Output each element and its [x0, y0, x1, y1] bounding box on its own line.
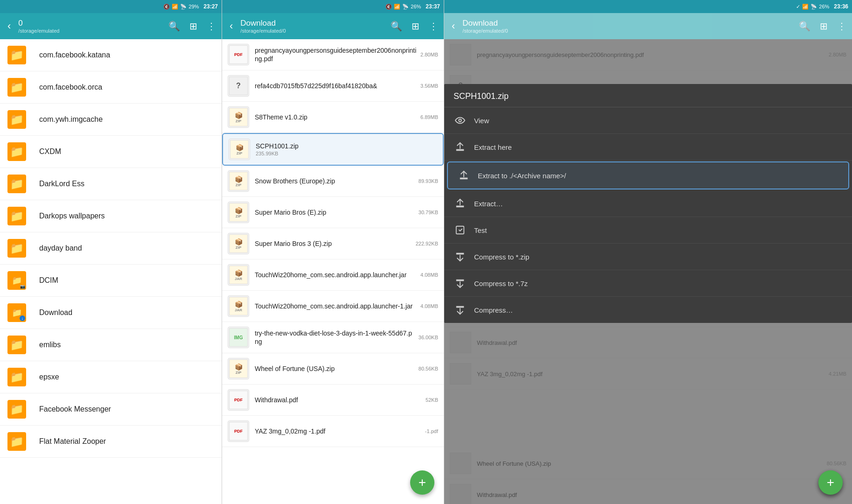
file-item-touchwiz2[interactable]: 📦 JAR TouchWiz20home_com.sec.android.app…: [222, 291, 444, 322]
file-details-s8theme: S8Theme v1.0.zip: [255, 113, 417, 121]
file-details-wheel: Wheel of Fortune (USA).zip: [255, 365, 415, 372]
file-item-vodka-png[interactable]: IMG try-the-new-vodka-diet-lose-3-days-i…: [222, 322, 444, 353]
grid-icon-2[interactable]: ⊞: [410, 19, 421, 34]
folder-item-cxdm[interactable]: 📁 CXDM: [0, 136, 222, 168]
menu-label-compress-zip: Compress to *.zip: [474, 253, 529, 261]
file-item-touchwiz1[interactable]: 📦 JAR TouchWiz20home_com.sec.android.app…: [222, 259, 444, 291]
back-button-1[interactable]: ‹: [4, 18, 14, 34]
menu-label-extract-dots: Extract…: [474, 200, 503, 208]
file-details-withdrawal: Withdrawal.pdf: [255, 396, 422, 404]
file-icon-smb3: 📦 ZIP: [228, 233, 249, 254]
file-size-wheel: 80.56KB: [419, 366, 438, 371]
file-icon-snow-brothers: 📦 ZIP: [228, 170, 249, 192]
grid-icon-1[interactable]: ⊞: [188, 19, 199, 34]
folder-icon-flatmaterial: 📁: [7, 432, 26, 451]
folder-name-imgcache: com.ywh.imgcache: [39, 115, 103, 124]
folder-item-darkops[interactable]: 📁 Darkops wallpapers: [0, 200, 222, 232]
fab-2[interactable]: +: [410, 470, 434, 495]
file-name-smb-e: Super Mario Bros (E).zip: [255, 209, 415, 216]
file-item-scph1001[interactable]: 📦 ZIP SCPH1001.zip 235.99KB: [222, 133, 444, 166]
panel-1: 🔇 📶 📡 29% 23:27 ‹ 0 /storage/emulated 🔍 …: [0, 0, 222, 504]
folder-icon-messenger: 📁: [7, 400, 26, 419]
folder-icon-darklord: 📁: [7, 175, 26, 193]
file-item-withdrawal[interactable]: PDF Withdrawal.pdf 52KB: [222, 385, 444, 416]
folder-name-darklord: DarkLord Ess: [39, 180, 84, 188]
file-item-wheel[interactable]: 📦 ZIP Wheel of Fortune (USA).zip 80.56KB: [222, 353, 444, 385]
folder-item-flat-material[interactable]: 📁 Flat Material Zooper: [0, 426, 222, 458]
more-icon-3: ⋮: [835, 19, 848, 34]
status-icons-2: 🔇 📶 📡 26%: [385, 4, 421, 10]
extract-here-icon: [454, 140, 467, 154]
search-icon-1[interactable]: 🔍: [167, 19, 182, 34]
menu-label-compress-7z: Compress to *.7z: [474, 280, 528, 287]
back-button-2[interactable]: ‹: [226, 18, 237, 34]
file-name-s8theme: S8Theme v1.0.zip: [255, 113, 417, 121]
menu-label-view: View: [474, 117, 489, 125]
folder-item-facebook-messenger[interactable]: 📁 Facebook Messenger: [0, 393, 222, 426]
signal-icon-2: 📡: [402, 4, 409, 10]
file-size-s8theme: 6.89MB: [420, 114, 438, 120]
file-details-smb3: Super Mario Bros 3 (E).zip: [255, 240, 412, 247]
menu-item-extract-dots[interactable]: Extract…: [444, 190, 852, 217]
more-icon-1[interactable]: ⋮: [205, 19, 218, 34]
menu-item-compress-zip[interactable]: Compress to *.zip: [444, 244, 852, 270]
folder-item-emlibs[interactable]: 📁 emlibs: [0, 329, 222, 361]
svg-rect-1: [456, 226, 464, 234]
file-details-touchwiz1: TouchWiz20home_com.sec.android.app.launc…: [255, 271, 417, 279]
folder-item-download[interactable]: 📁 ↓ Download: [0, 297, 222, 329]
title-section-2: Download /storage/emulated/0: [240, 19, 385, 34]
context-menu: SCPH1001.zip View Extract here: [444, 84, 852, 323]
file-meta-scph1001: 235.99KB: [256, 151, 437, 156]
menu-item-compress-7z[interactable]: Compress to *.7z: [444, 270, 852, 297]
file-size-smb3: 222.92KB: [416, 241, 438, 246]
more-icon-2[interactable]: ⋮: [427, 19, 440, 34]
context-menu-title: SCPH1001.zip: [444, 84, 852, 107]
file-item-pregnancy-pdf[interactable]: PDF pregnancyayoungpersonsguideseptember…: [222, 39, 444, 70]
folder-name-messenger: Facebook Messenger: [39, 405, 111, 413]
folder-item-darklord[interactable]: 📁 DarkLord Ess: [0, 168, 222, 200]
file-name-vodka: try-the-new-vodka-diet-lose-3-days-in-1-…: [255, 329, 415, 346]
file-size-refa: 3.56MB: [420, 83, 438, 89]
folder-icon-dcim: 📁 📷: [7, 271, 26, 290]
file-item-snow-brothers[interactable]: 📦 ZIP Snow Brothers (Europe).zip 89.93KB: [222, 166, 444, 197]
menu-item-compress-dots[interactable]: Compress…: [444, 297, 852, 323]
menu-label-extract-to-archive: Extract to ./<Archive name>/: [478, 172, 566, 180]
folder-item-imgcache[interactable]: 📁 com.ywh.imgcache: [0, 104, 222, 136]
folder-item-dayday[interactable]: 📁 dayday band: [0, 232, 222, 265]
file-item-s8theme[interactable]: 📦 ZIP S8Theme v1.0.zip 6.89MB: [222, 102, 444, 133]
folder-item-facebook-katana[interactable]: 📁 com.facebook.katana: [0, 39, 222, 71]
file-item-smb3[interactable]: 📦 ZIP Super Mario Bros 3 (E).zip 222.92K…: [222, 228, 444, 259]
mute-icon: 🔇: [163, 4, 170, 10]
file-item-smb-e[interactable]: 📦 ZIP Super Mario Bros (E).zip 30.79KB: [222, 197, 444, 228]
wifi-icon-2: 📶: [394, 4, 400, 10]
file-item-refa[interactable]: ? refa4cdb7015fb57d225d9f16baf41820ba& 3…: [222, 70, 444, 102]
file-size-withdrawal: 52KB: [426, 397, 438, 403]
status-bar-2: 🔇 📶 📡 26% 23:37: [222, 0, 444, 13]
menu-item-test[interactable]: Test: [444, 217, 852, 244]
search-icon-2[interactable]: 🔍: [389, 19, 404, 34]
battery-label-2: 26%: [411, 4, 421, 9]
file-name-pregnancy: pregnancyayoungpersonsguideseptember2006…: [255, 46, 417, 63]
status-bar-1: 🔇 📶 📡 29% 23:27: [0, 0, 222, 13]
folder-icon-darkops: 📁: [7, 207, 26, 225]
menu-item-extract-here[interactable]: Extract here: [444, 134, 852, 161]
menu-item-extract-to-archive[interactable]: Extract to ./<Archive name>/: [447, 161, 849, 189]
actions-3: 🔍 ⊞ ⋮: [797, 19, 848, 34]
file-icon-vodka: IMG: [228, 327, 249, 348]
file-icon-touchwiz1: 📦 JAR: [228, 264, 249, 286]
folder-item-facebook-orca[interactable]: 📁 com.facebook.orca: [0, 71, 222, 104]
signal-icon-3: 📡: [810, 4, 817, 10]
folder-item-dcim[interactable]: 📁 📷 DCIM: [0, 265, 222, 297]
folder-item-epsxe[interactable]: 📁 epsxe: [0, 361, 222, 393]
view-icon: [454, 114, 467, 127]
menu-item-view[interactable]: View: [444, 107, 852, 134]
panel-2: 🔇 📶 📡 26% 23:37 ‹ Download /storage/emul…: [222, 0, 444, 504]
actions-1: 🔍 ⊞ ⋮: [167, 19, 218, 34]
file-name-wheel: Wheel of Fortune (USA).zip: [255, 365, 415, 372]
file-size-touchwiz1: 4.08MB: [420, 272, 438, 278]
folder-icon-download: 📁 ↓: [7, 303, 26, 322]
file-name-snow-brothers: Snow Brothers (Europe).zip: [255, 177, 415, 185]
fab-3[interactable]: +: [818, 470, 843, 495]
file-size-pregnancy: 2.80MB: [420, 52, 438, 57]
file-item-yaz[interactable]: PDF YAZ 3mg_0,02mg -1.pdf -1.pdf: [222, 416, 444, 447]
